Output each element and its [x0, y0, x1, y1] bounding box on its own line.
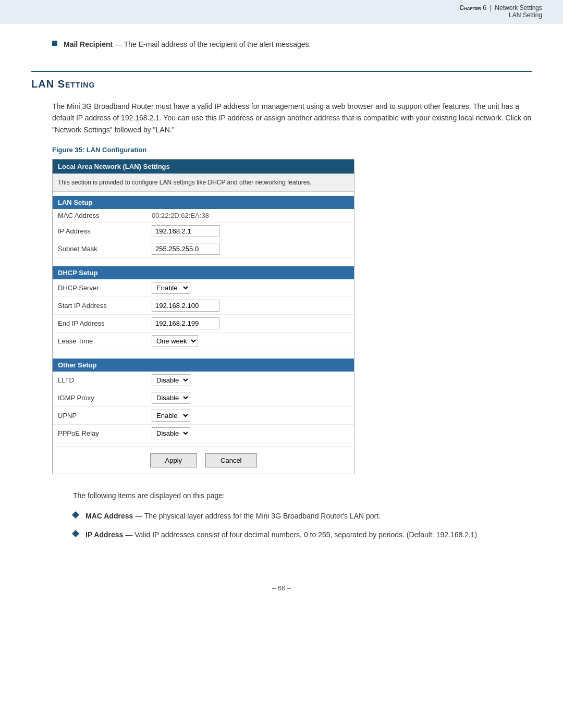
config-main-desc: This section is provided to configure LA… — [53, 174, 354, 192]
section-title: LAN Setting — [31, 78, 95, 90]
pppoe-select[interactable]: Disable Enable — [152, 427, 190, 439]
lltd-row: LLTD Disable Enable — [53, 372, 354, 389]
lease-time-label: Lease Time — [53, 332, 146, 350]
ip-bullet-label: IP Address — [85, 530, 123, 539]
lan-setting-section: LAN Setting — [31, 71, 532, 90]
chapter-title: Network Settings — [495, 4, 542, 11]
cancel-button[interactable]: Cancel — [205, 453, 256, 467]
bullet-icon — [52, 41, 57, 46]
ip-bullet-text: IP Address — Valid IP addresses consist … — [85, 529, 477, 540]
mac-label: MAC Address — [53, 209, 146, 223]
lltd-select[interactable]: Disable Enable — [152, 374, 190, 386]
dhcp-server-select[interactable]: Enable Disable — [152, 282, 190, 294]
chapter-num: 6 — [483, 4, 486, 11]
ip-address-bullet: IP Address — Valid IP addresses consist … — [73, 529, 532, 540]
start-ip-row: Start IP Address — [53, 297, 354, 315]
igmp-label: IGMP Proxy — [53, 389, 146, 407]
page-number: – 66 – — [272, 584, 291, 592]
section-body: The Mini 3G Broadband Router must have a… — [31, 101, 532, 540]
subnet-mask-row: Subnet Mask — [53, 240, 354, 258]
ip-input[interactable] — [152, 225, 219, 237]
mac-bullet-desc: — The physical layer address for the Min… — [133, 512, 381, 520]
upnp-label: UPNP — [53, 407, 146, 425]
bullet-label: Mail Recipient — [64, 40, 113, 48]
page-footer: – 66 – — [0, 574, 563, 602]
config-box: Local Area Network (LAN) Settings This s… — [52, 159, 354, 474]
upnp-select[interactable]: Enable Disable — [152, 410, 190, 422]
subnet-input[interactable] — [152, 243, 219, 255]
end-ip-row: End IP Address — [53, 315, 354, 332]
bottom-intro: The following items are displayed on thi… — [73, 490, 532, 501]
ip-label: IP Address — [53, 223, 146, 240]
lltd-label: LLTD — [53, 372, 146, 389]
ip-address-row: IP Address — [53, 223, 354, 240]
page-content: Mail Recipient — The E-mail address of t… — [0, 23, 563, 563]
start-ip-input[interactable] — [152, 300, 219, 312]
dhcp-server-label: DHCP Server — [53, 279, 146, 297]
spacer-row-lan — [53, 258, 354, 263]
start-ip-label: Start IP Address — [53, 297, 146, 315]
dhcp-setup-table: DHCP Server Enable Disable Start IP Addr… — [53, 279, 354, 354]
upnp-row: UPNP Enable Disable — [53, 407, 354, 425]
sub-title: LAN Setting — [0, 11, 542, 19]
button-row: Apply Cancel — [53, 447, 354, 474]
figure-label: Figure 35: LAN Configuration — [52, 146, 532, 154]
other-setup-table: LLTD Disable Enable IGMP Proxy Disable E… — [53, 372, 354, 447]
apply-button[interactable]: Apply — [150, 453, 198, 467]
end-ip-input[interactable] — [152, 317, 219, 329]
mac-value: 00:22:2D:62:EA:38 — [152, 212, 209, 219]
chapter-label: Chapter 6 | Network Settings — [0, 4, 542, 11]
lan-setup-header: LAN Setup — [53, 196, 354, 209]
pppoe-row: PPPoE Relay Disable Enable — [53, 425, 354, 442]
igmp-row: IGMP Proxy Disable Enable — [53, 389, 354, 407]
mac-bullet-text: MAC Address — The physical layer address… — [85, 510, 381, 522]
mac-bullet-label: MAC Address — [85, 512, 133, 520]
subnet-label: Subnet Mask — [53, 240, 146, 258]
bullet-text: Mail Recipient — The E-mail address of t… — [64, 39, 311, 50]
other-setup-header: Other Setup — [53, 359, 354, 372]
lease-time-select[interactable]: One week One day One hour Half hour — [152, 335, 198, 347]
spacer-row-dhcp — [53, 350, 354, 355]
mail-recipient-bullet: Mail Recipient — The E-mail address of t… — [52, 39, 532, 50]
section-description: The Mini 3G Broadband Router must have a… — [52, 101, 532, 135]
diamond-icon-1 — [72, 511, 79, 518]
bullet-desc: — The E-mail address of the recipient of… — [113, 40, 311, 48]
chapter-word: Chapter — [459, 4, 481, 11]
mac-address-bullet: MAC Address — The physical layer address… — [73, 510, 532, 522]
end-ip-label: End IP Address — [53, 315, 146, 332]
lease-time-row: Lease Time One week One day One hour Hal… — [53, 332, 354, 350]
bottom-desc-section: The following items are displayed on thi… — [52, 490, 532, 540]
ip-bullet-desc: — Valid IP addresses consist of four dec… — [123, 530, 477, 539]
page-header: Chapter 6 | Network Settings LAN Setting — [0, 0, 563, 23]
diamond-icon-2 — [72, 530, 79, 537]
pppoe-label: PPPoE Relay — [53, 425, 146, 442]
igmp-select[interactable]: Disable Enable — [152, 392, 190, 404]
config-main-header: Local Area Network (LAN) Settings — [53, 159, 354, 174]
top-bullet-section: Mail Recipient — The E-mail address of t… — [31, 39, 532, 50]
spacer-row-other — [53, 442, 354, 447]
mac-address-row: MAC Address 00:22:2D:62:EA:38 — [53, 209, 354, 223]
dhcp-server-row: DHCP Server Enable Disable — [53, 279, 354, 297]
lan-setup-table: MAC Address 00:22:2D:62:EA:38 IP Address… — [53, 209, 354, 262]
dhcp-setup-header: DHCP Setup — [53, 266, 354, 279]
